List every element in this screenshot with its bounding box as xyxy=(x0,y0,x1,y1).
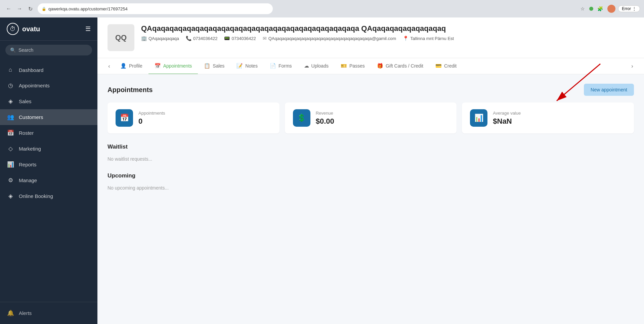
location-icon: 📍 xyxy=(403,36,409,41)
new-appointment-button[interactable]: New appointment xyxy=(584,84,634,96)
sidebar-item-manage[interactable]: ⚙ Manage xyxy=(0,172,97,188)
sidebar-item-sales[interactable]: ◈ Sales xyxy=(0,93,97,109)
stat-card-appointments-count: 📅 Appointments 0 xyxy=(108,103,280,133)
reload-button[interactable]: ↻ xyxy=(26,4,35,13)
stat-card-average-value: 📊 Average value $NaN xyxy=(462,103,634,133)
sidebar-item-roster-label: Roster xyxy=(19,130,34,136)
gift-cards-tab-icon: 🎁 xyxy=(377,63,383,69)
customer-avatar: QQ xyxy=(108,24,134,51)
browser-actions: ☆ 🧩 Error ⋮ xyxy=(578,4,640,13)
appointments-tab-icon: 📅 xyxy=(155,63,161,69)
appointments-tab-label: Appointments xyxy=(163,63,192,69)
browser-star-button[interactable]: ☆ xyxy=(578,4,587,13)
customers-icon: 👥 xyxy=(7,114,14,121)
sidebar-item-customers[interactable]: 👥 Customers xyxy=(0,109,97,125)
sidebar-item-alerts[interactable]: 🔔 Alerts xyxy=(7,306,91,320)
credit-tab-icon: 💳 xyxy=(435,63,442,69)
customer-business: 🏢 QAqaqaqaqaqa xyxy=(141,36,179,41)
upcoming-section: Upcoming No upcoming appointments... xyxy=(108,172,634,192)
business-icon: 🏢 xyxy=(141,36,147,41)
tab-appointments[interactable]: 📅 Appointments xyxy=(148,58,198,74)
customer-business-text: QAqaqaqaqaqa xyxy=(148,36,179,41)
sidebar-item-appointments[interactable]: ◷ Appointments xyxy=(0,78,97,93)
tab-sales[interactable]: 📋 Sales xyxy=(198,58,230,74)
reports-icon: 📊 xyxy=(7,161,14,168)
appointments-count-icon-box: 📅 xyxy=(116,109,133,127)
dashboard-icon: ⌂ xyxy=(7,67,14,73)
credit-tab-label: Credit xyxy=(444,63,457,69)
customer-email-text: QAqaqaqaqaqaqaqaqaqaqaqaqaqaqaqaqaqaqaqa… xyxy=(268,36,396,41)
online-booking-icon: ◈ xyxy=(7,193,14,200)
revenue-info: Revenue $0.00 xyxy=(316,111,334,126)
marketing-icon: ◇ xyxy=(7,145,14,152)
tabs-next-button[interactable]: › xyxy=(627,59,637,73)
customer-address-text: Tallinna mnt Pärnu Est xyxy=(410,36,454,41)
sales-tab-label: Sales xyxy=(213,63,224,69)
sidebar-header: ⏱ ovatu ☰ xyxy=(0,17,97,41)
sidebar-item-online-booking[interactable]: ◈ Online Booking xyxy=(0,188,97,204)
sidebar-search-container: 🔍 Search xyxy=(0,41,97,59)
tabs-bar: ‹ 👤 Profile 📅 Appointments 📋 Sales 📝 Not… xyxy=(97,58,644,74)
customer-phone1: 📞 0734036422 xyxy=(186,36,217,41)
section-title: Appointments xyxy=(108,86,153,94)
tab-forms[interactable]: 📄 Forms xyxy=(264,58,298,74)
average-value-label: Average value xyxy=(493,111,521,116)
email-icon: ✉ xyxy=(263,36,267,41)
sidebar-item-marketing-label: Marketing xyxy=(19,146,41,152)
hamburger-button[interactable]: ☰ xyxy=(85,25,91,33)
passes-tab-icon: 🎫 xyxy=(341,63,347,69)
address-bar[interactable]: 🔒 qawerkqa.ovatu.app/customer/17697254 xyxy=(38,3,273,14)
sidebar-item-sales-label: Sales xyxy=(19,98,32,104)
sidebar-item-appointments-label: Appointments xyxy=(19,83,50,88)
customer-email: ✉ QAqaqaqaqaqaqaqaqaqaqaqaqaqaqaqaqaqaqa… xyxy=(263,36,396,41)
customer-info-row: QQ QAqaqaqaqaqaqaqaqaqaqaqaqaqaqaqaqaqaq… xyxy=(108,24,634,51)
tab-uploads[interactable]: ☁ Uploads xyxy=(298,58,335,74)
customer-phone2: 📟 0734036422 xyxy=(224,36,256,41)
tab-notes[interactable]: 📝 Notes xyxy=(230,58,264,74)
revenue-label: Revenue xyxy=(316,111,334,116)
sidebar-item-dashboard-label: Dashboard xyxy=(19,67,43,73)
page-content: Appointments New appointment 📅 Appointme… xyxy=(97,74,644,324)
forms-tab-label: Forms xyxy=(278,63,292,69)
error-button[interactable]: Error ⋮ xyxy=(618,5,640,12)
sidebar-item-reports[interactable]: 📊 Reports xyxy=(0,157,97,172)
profile-button[interactable] xyxy=(607,4,616,13)
phone-icon: 📞 xyxy=(186,36,191,41)
browser-nav-buttons: ← → ↻ xyxy=(4,4,35,13)
gift-cards-tab-label: Gift Cards / Credit xyxy=(386,63,423,69)
sidebar-item-dashboard[interactable]: ⌂ Dashboard xyxy=(0,62,97,78)
sidebar-item-reports-label: Reports xyxy=(19,162,37,167)
sidebar-item-marketing[interactable]: ◇ Marketing xyxy=(0,141,97,157)
stats-row: 📅 Appointments 0 💲 Revenue $0.00 📊 Avera… xyxy=(108,103,634,133)
average-value-value: $NaN xyxy=(493,117,521,126)
customer-details: QAqaqaqaqaqaqaqaqaqaqaqaqaqaqaqaqaqaqaqa… xyxy=(141,24,634,41)
tabs-list: 👤 Profile 📅 Appointments 📋 Sales 📝 Notes… xyxy=(114,58,627,74)
stat-card-revenue: 💲 Revenue $0.00 xyxy=(285,103,457,133)
section-header: Appointments New appointment xyxy=(108,84,634,96)
customer-initials: QQ xyxy=(115,33,127,42)
revenue-icon-box: 💲 xyxy=(293,109,310,127)
error-label: Error xyxy=(622,6,631,11)
forward-button[interactable]: → xyxy=(15,4,24,13)
uploads-tab-icon: ☁ xyxy=(304,63,309,69)
sidebar-item-roster[interactable]: 📅 Roster xyxy=(0,125,97,141)
customer-meta: 🏢 QAqaqaqaqaqa 📞 0734036422 📟 0734036422 xyxy=(141,36,634,41)
tab-credit[interactable]: 💳 Credit xyxy=(429,58,463,74)
sidebar-item-manage-label: Manage xyxy=(19,177,37,183)
sidebar-footer: 🔔 Alerts xyxy=(0,302,97,324)
customer-phone2-text: 0734036422 xyxy=(231,36,256,41)
appointments-icon: ◷ xyxy=(7,82,14,89)
notes-tab-icon: 📝 xyxy=(237,63,243,69)
customer-header: QQ QAqaqaqaqaqaqaqaqaqaqaqaqaqaqaqaqaqaq… xyxy=(97,17,644,58)
customer-name: QAqaqaqaqaqaqaqaqaqaqaqaqaqaqaqaqaqaqaqa… xyxy=(141,24,634,33)
customer-address: 📍 Tallinna mnt Pärnu Est xyxy=(403,36,454,41)
sidebar: ⏱ ovatu ☰ 🔍 Search ⌂ Dashboard ◷ Appoint… xyxy=(0,17,97,324)
extensions-button[interactable]: 🧩 xyxy=(595,4,605,13)
forms-tab-icon: 📄 xyxy=(270,63,276,69)
search-input[interactable]: 🔍 Search xyxy=(5,45,92,55)
tabs-prev-button[interactable]: ‹ xyxy=(104,59,114,73)
back-button[interactable]: ← xyxy=(4,4,13,13)
tab-profile[interactable]: 👤 Profile xyxy=(114,58,148,74)
tab-gift-cards[interactable]: 🎁 Gift Cards / Credit xyxy=(371,58,429,74)
tab-passes[interactable]: 🎫 Passes xyxy=(335,58,371,74)
